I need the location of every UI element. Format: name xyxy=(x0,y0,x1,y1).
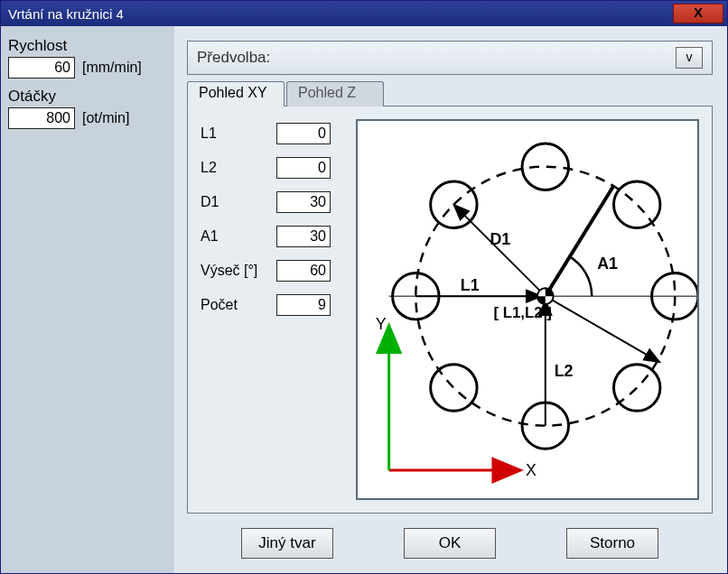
preset-dropdown-button[interactable]: v xyxy=(676,47,703,69)
left-panel: Rychlost [mm/min] Otáčky [ot/min] xyxy=(1,26,174,573)
rpm-label: Otáčky xyxy=(8,88,167,106)
param-l1-input[interactable] xyxy=(276,123,331,144)
diagram-svg: X Y xyxy=(358,121,697,498)
svg-line-14 xyxy=(546,186,613,296)
l2-label: L2 xyxy=(555,362,574,380)
param-d1-input[interactable] xyxy=(276,191,331,213)
tab-z[interactable]: Pohled Z xyxy=(286,81,384,106)
tab-xy[interactable]: Pohled XY xyxy=(187,81,285,106)
window-title: Vrtání na kružnici 4 xyxy=(8,6,124,22)
preset-bar: Předvolba: v xyxy=(187,41,713,75)
param-l2-input[interactable] xyxy=(276,157,331,179)
axis-y-label: Y xyxy=(376,315,387,333)
speed-unit: [mm/min] xyxy=(82,60,142,76)
ok-button[interactable]: OK xyxy=(404,528,496,559)
dialog-window: Vrtání na kružnici 4 X Rychlost [mm/min]… xyxy=(0,0,728,574)
tab-page-xy: L1 L2 D1 A1 xyxy=(187,106,713,514)
svg-point-10 xyxy=(431,365,477,411)
axis-x-label: X xyxy=(526,461,537,479)
param-pocet-label: Počet xyxy=(201,297,276,313)
center-label: [ L1,L2 ] xyxy=(493,304,551,321)
rpm-input[interactable] xyxy=(8,107,75,129)
param-a1-label: A1 xyxy=(201,228,276,245)
speed-input[interactable] xyxy=(8,57,75,79)
param-pocet-input[interactable] xyxy=(276,294,331,316)
close-button[interactable]: X xyxy=(673,4,723,23)
svg-line-15 xyxy=(546,296,660,362)
right-panel: Předvolba: v Pohled XY Pohled Z L1 xyxy=(174,26,727,573)
a1-label: A1 xyxy=(597,255,618,273)
speed-label: Rychlost xyxy=(8,37,167,55)
l1-label: L1 xyxy=(461,276,480,294)
param-vysec-label: Výseč [°] xyxy=(201,263,276,279)
param-a1-input[interactable] xyxy=(276,226,331,247)
d1-label: D1 xyxy=(490,230,510,248)
param-l2-label: L2 xyxy=(201,160,276,176)
diagram: X Y xyxy=(356,119,699,500)
preset-label: Předvolba: xyxy=(197,49,270,67)
params-column: L1 L2 D1 A1 xyxy=(201,119,345,500)
button-row: Jiný tvar OK Storno xyxy=(187,528,713,564)
param-vysec-input[interactable] xyxy=(276,260,331,282)
param-l1-label: L1 xyxy=(201,125,276,142)
cancel-button[interactable]: Storno xyxy=(566,528,658,559)
svg-point-6 xyxy=(613,181,659,227)
tab-strip: Pohled XY Pohled Z xyxy=(187,80,713,106)
titlebar: Vrtání na kružnici 4 X xyxy=(1,1,727,26)
param-d1-label: D1 xyxy=(201,194,276,210)
tab-container: Pohled XY Pohled Z L1 L2 xyxy=(187,80,713,514)
svg-point-12 xyxy=(613,365,659,411)
other-shape-button[interactable]: Jiný tvar xyxy=(241,528,333,559)
rpm-unit: [ot/min] xyxy=(82,110,129,126)
